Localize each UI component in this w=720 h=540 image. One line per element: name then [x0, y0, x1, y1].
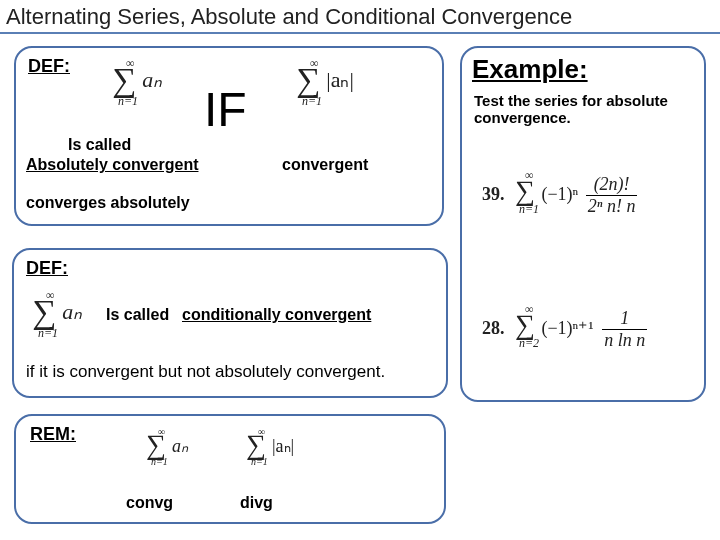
sum-abs-an-3: ∞ ∑ n=1 |aₙ| [246, 434, 292, 459]
is-called-1: Is called [68, 136, 131, 154]
sum4-body: aₙ [172, 436, 188, 456]
p28-sign: (−1)ⁿ⁺¹ [541, 318, 593, 338]
problem-28-number: 28. [482, 318, 505, 338]
converges-absolutely-label: converges absolutely [26, 194, 190, 212]
rem-label: REM: [30, 424, 76, 445]
conditionally-convergent-label: conditionally convergent [182, 306, 371, 324]
definition-box-absolute: DEF: ∞ ∑ n=1 aₙ IF ∞ ∑ n=1 |aₙ| Is calle… [14, 46, 444, 226]
sum1-bot: n=1 [118, 94, 138, 109]
p28-denominator: n ln n [602, 330, 647, 351]
page-title-bar: Alternating Series, Absolute and Conditi… [0, 0, 720, 34]
sum5-top: ∞ [258, 426, 265, 437]
convergent-label: convergent [282, 156, 368, 174]
absolutely-convergent-label: Absolutely convergent [26, 156, 198, 174]
p39-sign: (−1)ⁿ [541, 184, 578, 204]
p39-numerator: (2n)! [586, 174, 638, 196]
convg-label: convg [126, 494, 173, 512]
def-label-2: DEF: [26, 258, 68, 279]
example-label: Example: [472, 54, 588, 85]
p28-numerator: 1 [602, 308, 647, 330]
sum1-top: ∞ [126, 56, 135, 71]
if-label: IF [204, 82, 247, 137]
page-title: Alternating Series, Absolute and Conditi… [6, 4, 572, 29]
sum-an-2: ∞ ∑ n=1 aₙ [32, 298, 80, 329]
conditional-stmt: if it is convergent but not absolutely c… [26, 362, 385, 382]
p39-fraction: (2n)! 2ⁿ n! n [586, 174, 638, 217]
sigma-icon: ∑ [246, 434, 266, 456]
p28-fraction: 1 n ln n [602, 308, 647, 351]
sigma-icon: ∑ [515, 180, 535, 202]
sigma-icon: ∑ [146, 434, 166, 456]
sum1-body: aₙ [142, 67, 162, 92]
problem-39-number: 39. [482, 184, 505, 204]
sum3-bot: n=1 [38, 326, 58, 341]
sum2-body: |aₙ| [326, 67, 354, 92]
problem-28: 28. ∞ ∑ n=2 (−1)ⁿ⁺¹ 1 n ln n [482, 308, 647, 351]
divg-label: divg [240, 494, 273, 512]
p39-denominator: 2ⁿ n! n [586, 196, 638, 217]
definition-box-conditional: DEF: ∞ ∑ n=1 aₙ Is called conditionally … [12, 248, 448, 398]
sum3-top: ∞ [46, 288, 55, 303]
problem-39: 39. ∞ ∑ n=1 (−1)ⁿ (2n)! 2ⁿ n! n [482, 174, 637, 217]
sum3-body: aₙ [62, 299, 82, 324]
def-label-1: DEF: [28, 56, 70, 77]
sigma-icon: ∑ [515, 314, 535, 336]
sum5-bot: n=1 [251, 456, 268, 467]
sum-an-1: ∞ ∑ n=1 aₙ [112, 66, 160, 97]
sum4-bot: n=1 [151, 456, 168, 467]
p28-sum-top: ∞ [525, 302, 534, 317]
remark-box: REM: ∞ ∑ n=1 aₙ ∞ ∑ n=1 |aₙ| convg divg [14, 414, 446, 524]
sum-abs-an-1: ∞ ∑ n=1 |aₙ| [296, 66, 352, 97]
example-instruction: Test the series for absolute convergence… [474, 92, 694, 126]
sum-an-3: ∞ ∑ n=1 aₙ [146, 434, 186, 459]
p28-sum-bot: n=2 [519, 336, 539, 351]
sum4-top: ∞ [158, 426, 165, 437]
p39-sum-bot: n=1 [519, 202, 539, 217]
sum5-body: |aₙ| [272, 436, 294, 456]
sum2-top: ∞ [310, 56, 319, 71]
sum2-bot: n=1 [302, 94, 322, 109]
example-box: Example: Test the series for absolute co… [460, 46, 706, 402]
is-called-2: Is called [106, 306, 169, 324]
p39-sum-top: ∞ [525, 168, 534, 183]
